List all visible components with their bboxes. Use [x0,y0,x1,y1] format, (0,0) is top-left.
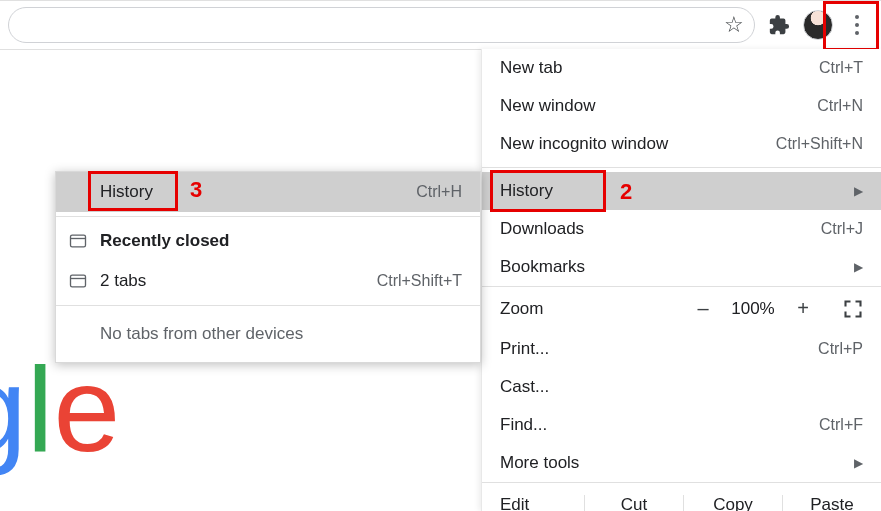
chevron-right-icon: ▶ [854,184,863,198]
submenu-separator [56,305,480,306]
zoom-label: Zoom [500,299,683,319]
menu-item-label: Bookmarks [500,257,844,277]
menu-item-label: Print... [500,339,818,359]
paste-button[interactable]: Paste [782,495,881,512]
menu-item-shortcut: Ctrl+F [819,416,863,434]
zoom-in-button[interactable]: + [783,297,823,320]
tab-icon [68,271,88,291]
menu-item-more-tools[interactable]: More tools ▶ [482,444,881,482]
menu-item-zoom: Zoom – 100% + [482,286,881,330]
fullscreen-icon[interactable] [843,299,863,319]
omnibox[interactable]: ☆ [8,7,755,43]
menu-item-shortcut: Ctrl+J [821,220,863,238]
no-tabs-message: No tabs from other devices [56,310,480,362]
menu-item-label: New tab [500,58,819,78]
menu-item-label: New incognito window [500,134,776,154]
menu-item-new-incognito[interactable]: New incognito window Ctrl+Shift+N [482,125,881,163]
menu-item-find[interactable]: Find... Ctrl+F [482,406,881,444]
tab-icon [68,231,88,251]
chevron-right-icon: ▶ [854,456,863,470]
more-vert-icon [855,15,859,35]
zoom-out-button[interactable]: – [683,297,723,320]
edit-label: Edit [482,495,584,512]
menu-item-shortcut: Ctrl+Shift+N [776,135,863,153]
menu-item-bookmarks[interactable]: Bookmarks ▶ [482,248,881,286]
submenu-item-recently-closed: Recently closed [56,221,480,261]
menu-item-label: Downloads [500,219,821,239]
menu-item-label: New window [500,96,817,116]
submenu-item-two-tabs[interactable]: 2 tabs Ctrl+Shift+T [56,261,480,301]
submenu-item-shortcut: Ctrl+H [416,183,462,201]
submenu-item-label: History [100,182,416,202]
menu-item-history[interactable]: History ▶ [482,172,881,210]
menu-item-shortcut: Ctrl+N [817,97,863,115]
menu-item-print[interactable]: Print... Ctrl+P [482,330,881,368]
menu-item-new-tab[interactable]: New tab Ctrl+T [482,49,881,87]
two-tabs-label: 2 tabs [100,271,377,291]
svg-rect-3 [71,275,86,287]
zoom-level: 100% [723,299,783,319]
recently-closed-label: Recently closed [100,231,462,251]
main-menu: New tab Ctrl+T New window Ctrl+N New inc… [481,49,881,511]
history-submenu: History Ctrl+H Recently closed 2 tabs Ct… [55,171,481,363]
cut-button[interactable]: Cut [584,495,683,512]
menu-item-label: History [500,181,844,201]
toolbar: ☆ [0,1,881,49]
extensions-icon[interactable] [763,9,795,41]
copy-button[interactable]: Copy [683,495,782,512]
menu-item-shortcut: Ctrl+T [819,59,863,77]
menu-item-cast[interactable]: Cast... [482,368,881,406]
two-tabs-shortcut: Ctrl+Shift+T [377,272,462,290]
submenu-separator [56,216,480,217]
menu-button[interactable] [841,9,873,41]
annotation-label-3: 3 [190,177,202,203]
annotation-label-2: 2 [620,179,632,205]
menu-item-label: Find... [500,415,819,435]
menu-edit-row: Edit Cut Copy Paste [482,482,881,511]
chevron-right-icon: ▶ [854,260,863,274]
menu-separator [482,167,881,168]
menu-item-label: Cast... [500,377,863,397]
menu-item-downloads[interactable]: Downloads Ctrl+J [482,210,881,248]
profile-avatar[interactable] [803,10,833,40]
menu-item-new-window[interactable]: New window Ctrl+N [482,87,881,125]
submenu-item-history[interactable]: History Ctrl+H [56,172,480,212]
star-icon[interactable]: ☆ [724,12,744,38]
menu-item-shortcut: Ctrl+P [818,340,863,358]
menu-item-label: More tools [500,453,844,473]
svg-rect-1 [71,235,86,247]
